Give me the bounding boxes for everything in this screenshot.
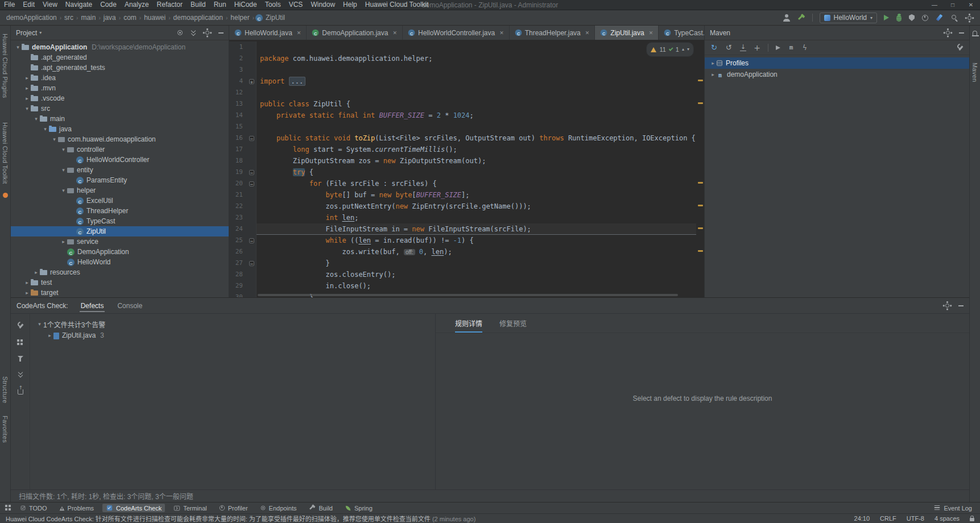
code-line-28[interactable]: 28 zos.closeEntry(); — [229, 269, 696, 280]
menu-navigate[interactable]: Navigate — [61, 0, 96, 10]
project-item-idea[interactable]: ▸.idea — [11, 73, 229, 83]
settings-icon[interactable] — [967, 16, 971, 20]
code-line-20[interactable]: 20− for (File srcFile : srcFiles) { — [229, 178, 696, 189]
fold-marker-icon[interactable]: − — [247, 178, 257, 189]
editor-tab-demoapplication-java[interactable]: DemoApplication.java✕ — [307, 26, 403, 40]
settings-icon[interactable] — [946, 31, 950, 35]
toolwindow-button-event-log[interactable]: Event Log — [930, 504, 975, 512]
project-item-ziputil[interactable]: ZipUtil — [11, 226, 229, 236]
code-line-21[interactable]: 21 byte[] buf = new byte[BUFFER_SIZE]; — [229, 189, 696, 201]
project-item-excelutil[interactable]: ExcelUtil — [11, 196, 229, 206]
execute-icon[interactable] — [776, 45, 780, 50]
toolwindow-button-problems[interactable]: Problems — [56, 504, 97, 512]
run-icon[interactable] — [884, 15, 889, 20]
refresh-icon[interactable] — [710, 44, 718, 51]
tab-close-icon[interactable]: ✕ — [499, 30, 504, 36]
fold-marker-icon[interactable]: − — [247, 235, 257, 246]
menu-edit[interactable]: Edit — [19, 0, 39, 10]
warning-stripe-mark[interactable] — [698, 250, 703, 252]
stripe-structure[interactable]: Structure — [2, 376, 9, 403]
code-line-19[interactable]: 19− try { — [229, 167, 696, 178]
tree-chevron[interactable]: ▸ — [46, 333, 53, 338]
tab-close-icon[interactable]: ✕ — [649, 30, 654, 36]
code-line-18[interactable]: 18 ZipOutputStream zos = new ZipOutputSt… — [229, 155, 696, 167]
tree-chevron[interactable]: ▾ — [60, 188, 67, 193]
hide-icon[interactable] — [958, 305, 964, 306]
stripe-huawei-cloud-plugins[interactable]: Huawei Cloud Plugins — [2, 34, 9, 98]
readonly-lock-icon[interactable] — [970, 518, 974, 521]
project-item-target[interactable]: ▸target — [11, 288, 229, 297]
menu-huawei-cloud-toolkit[interactable]: Huawei Cloud Toolkit — [361, 0, 433, 10]
line-separator[interactable]: CRLF — [880, 515, 896, 522]
file-encoding[interactable]: UTF-8 — [907, 515, 924, 522]
maximize-button[interactable]: □ — [944, 0, 962, 10]
indent-size[interactable]: 4 spaces — [934, 515, 960, 522]
menu-run[interactable]: Run — [210, 0, 230, 10]
project-item-helper[interactable]: ▾helper — [11, 185, 229, 196]
tree-chevron[interactable]: ▸ — [23, 75, 31, 81]
scan-settings-icon[interactable] — [17, 322, 24, 329]
tab-close-icon[interactable]: ✕ — [297, 30, 301, 36]
tab-fix-preview[interactable]: 修复预览 — [499, 318, 527, 333]
maven-goal-icon[interactable] — [788, 44, 795, 51]
breadcrumb-ziputil[interactable]: ZipUtil — [264, 14, 287, 22]
project-panel-title[interactable]: Project ▾ — [16, 29, 42, 37]
toolwindow-button-build[interactable]: Build — [305, 504, 336, 512]
profiler-icon[interactable] — [922, 15, 928, 21]
wrench-icon[interactable] — [957, 44, 964, 51]
maven-item-profiles[interactable]: ▸ Profiles — [705, 57, 969, 69]
tab-close-icon[interactable]: ✕ — [585, 30, 590, 36]
toolwindow-button-codearts-check[interactable]: CodeArts Check — [102, 504, 165, 512]
tree-chevron[interactable]: ▸ — [23, 290, 31, 296]
menu-file[interactable]: File — [0, 0, 19, 10]
code-line-1[interactable]: 1 — [229, 41, 696, 53]
next-issue-icon[interactable]: ▾ — [687, 44, 689, 55]
project-item-helloworld[interactable]: HelloWorld — [11, 257, 229, 267]
code-line-24[interactable]: 24 FileInputStream in = new FileInputStr… — [229, 223, 696, 235]
toolwindow-button-terminal[interactable]: Terminal — [170, 504, 210, 512]
debug-icon[interactable] — [896, 15, 902, 22]
menu-analyze[interactable]: Analyze — [121, 0, 153, 10]
project-item-entity[interactable]: ▾entity — [11, 165, 229, 175]
breadcrumb-com[interactable]: com — [122, 14, 138, 22]
prev-issue-icon[interactable]: ▴ — [682, 44, 684, 55]
coverage-icon[interactable] — [909, 14, 915, 21]
code-line-17[interactable]: 17 long start = System.currentTimeMillis… — [229, 144, 696, 155]
breadcrumb-huawei[interactable]: huawei — [142, 14, 167, 22]
stripe-maven[interactable]: Maven — [971, 63, 978, 82]
breadcrumb-java[interactable]: java — [102, 14, 118, 22]
code-line-23[interactable]: 23 int len; — [229, 212, 696, 223]
code-line-4[interactable]: 4+import ... — [229, 76, 696, 87]
settings-icon[interactable] — [205, 31, 209, 35]
project-item-apt-generated[interactable]: .apt_generated — [11, 52, 229, 63]
skip-tests-icon[interactable] — [802, 44, 808, 51]
tree-chevron[interactable]: ▸ — [709, 60, 717, 66]
notifications-icon[interactable] — [973, 31, 977, 35]
toolwindow-button-endpoints[interactable]: Endpoints — [257, 504, 300, 512]
project-item-demoapplication[interactable]: DemoApplication — [11, 247, 229, 257]
tab-console[interactable]: Console — [116, 299, 143, 312]
code-line-15[interactable]: 15 — [229, 121, 696, 132]
editor-tab-helloworldcontroller-java[interactable]: HelloWorldController.java✕ — [403, 26, 510, 40]
project-item-paramsentity[interactable]: ParamsEntity — [11, 175, 229, 185]
export-icon[interactable] — [18, 389, 23, 395]
toolkit-build-icon[interactable] — [798, 14, 805, 22]
project-item-threadhelper[interactable]: ThreadHelper — [11, 206, 229, 216]
hicode-icon[interactable] — [936, 14, 943, 21]
code-line-12[interactable]: 12 — [229, 87, 696, 98]
fold-marker-icon[interactable]: − — [247, 258, 257, 269]
tree-chevron[interactable]: ▾ — [23, 106, 31, 111]
hide-icon[interactable] — [218, 32, 224, 34]
download-sources-icon[interactable] — [740, 44, 746, 51]
tree-chevron[interactable]: ▾ — [60, 167, 67, 173]
hide-icon[interactable] — [959, 32, 964, 34]
project-item-apt-generated-tests[interactable]: .apt_generated_tests — [11, 63, 229, 73]
project-item-vscode[interactable]: ▸.vscode — [11, 93, 229, 103]
breadcrumb-demoapplication[interactable]: demoApplication — [5, 14, 59, 22]
warning-stripe-mark[interactable] — [698, 102, 703, 104]
code-line-25[interactable]: 25− while ((len = in.read(buf)) != -1) { — [229, 235, 696, 246]
tree-chevron[interactable]: ▸ — [32, 269, 40, 275]
tab-rule-details[interactable]: 规则详情 — [455, 318, 482, 333]
tree-chevron[interactable]: ▾ — [42, 126, 49, 132]
project-item-controller[interactable]: ▾controller — [11, 144, 229, 155]
